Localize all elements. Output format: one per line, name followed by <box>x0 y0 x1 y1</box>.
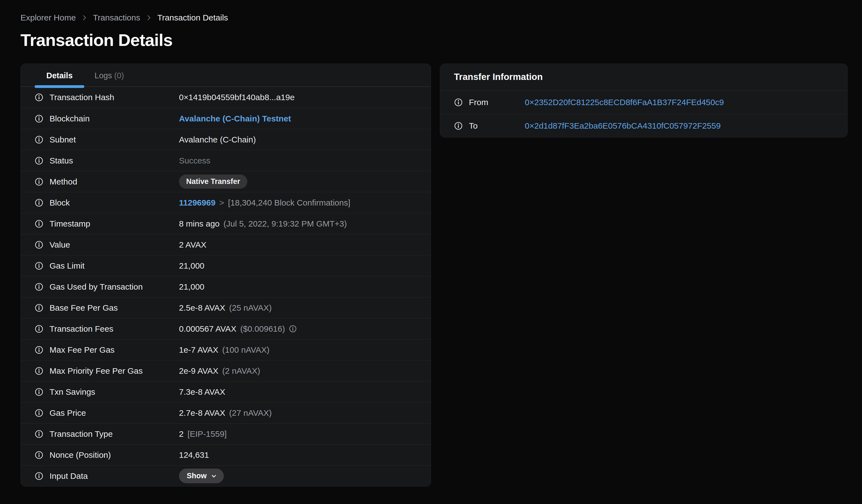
page: Explorer HomeTransactionsTransaction Det… <box>0 0 862 487</box>
block-link[interactable]: 11296969 <box>179 198 216 208</box>
info-tooltip-icon[interactable] <box>454 98 463 107</box>
value-value: 2 AVAX <box>179 240 206 250</box>
gas-limit-label: Gas Limit <box>50 261 84 270</box>
timestamp-label: Timestamp <box>50 219 90 228</box>
tab-details[interactable]: Details <box>35 64 84 86</box>
transaction-fees-value: 0.000567 AVAX <box>179 324 236 334</box>
chevron-down-icon <box>210 473 217 479</box>
transaction-type-label: Transaction Type <box>50 429 113 439</box>
row-input-data: Input DataShow <box>21 465 431 486</box>
breadcrumb-chevron-icon <box>81 14 88 21</box>
row-label: Blockchain <box>35 114 179 123</box>
info-tooltip-icon[interactable] <box>454 121 463 130</box>
breadcrumb-chevron-icon <box>145 14 153 21</box>
row-transaction-type: Transaction Type2[EIP-1559] <box>21 423 431 444</box>
row-label: Gas Limit <box>35 261 179 270</box>
row-label: Status <box>35 156 179 165</box>
info-tooltip-icon[interactable] <box>35 451 43 460</box>
txn-savings-label: Txn Savings <box>50 387 95 397</box>
row-value: Success <box>179 156 210 165</box>
max-fee-per-gas-value: 1e-7 AVAX <box>179 345 218 355</box>
row-label: Block <box>35 198 179 208</box>
transaction-hash-value: 0×1419b04559bf140ab8...a19e <box>179 93 295 102</box>
row-label: Transaction Type <box>35 429 179 439</box>
gas-price-subvalue: (27 nAVAX) <box>229 408 272 418</box>
timestamp-subvalue: (Jul 5, 2022, 9:19:32 PM GMT+3) <box>223 219 347 228</box>
row-value: 8 mins ago(Jul 5, 2022, 9:19:32 PM GMT+3… <box>179 219 347 228</box>
info-tooltip-icon[interactable] <box>35 367 43 375</box>
info-tooltip-icon[interactable] <box>35 303 43 312</box>
row-label: Transaction Fees <box>35 324 179 334</box>
from-address-link[interactable]: 0×2352D20fC81225c8ECD8f6FaA1B37F24FEd450… <box>525 98 724 107</box>
gas-used-by-transaction-label: Gas Used by Transaction <box>50 282 143 292</box>
breadcrumb-link-transactions[interactable]: Transactions <box>93 13 140 23</box>
transaction-type-value: 2 <box>179 429 184 439</box>
row-label: Nonce (Position) <box>35 450 179 460</box>
gas-price-value: 2.7e-8 AVAX <box>179 408 225 418</box>
info-tooltip-icon[interactable] <box>35 387 43 396</box>
blockchain-label: Blockchain <box>50 114 90 123</box>
row-value: 0×2d1d87fF3Ea2ba6E0576bCA4310fC057972F25… <box>525 121 721 131</box>
info-tooltip-icon[interactable] <box>35 156 43 165</box>
max-fee-per-gas-subvalue: (100 nAVAX) <box>222 345 270 355</box>
tab-label: Logs <box>95 71 112 80</box>
row-value: Show <box>179 468 224 483</box>
nonce-position-value: 124,631 <box>179 450 209 460</box>
row-value: 21,000 <box>179 261 205 270</box>
tab-logs[interactable]: Logs(0) <box>84 64 134 86</box>
row-value: 2.5e-8 AVAX(25 nAVAX) <box>179 303 272 313</box>
info-tooltip-icon[interactable] <box>35 220 43 228</box>
row-blockchain: BlockchainAvalanche (C-Chain) Testnet <box>21 108 431 129</box>
method-label: Method <box>50 177 77 186</box>
row-value: 0.000567 AVAX($0.009616) <box>179 324 297 334</box>
row-label: From <box>454 98 525 107</box>
info-tooltip-icon[interactable] <box>35 177 43 186</box>
row-txn-savings: Txn Savings7.3e-8 AVAX <box>21 381 431 402</box>
blockchain-link[interactable]: Avalanche (C-Chain) Testnet <box>179 114 291 123</box>
transfer-information-title: Transfer Information <box>440 64 847 91</box>
info-tooltip-icon[interactable] <box>35 345 43 354</box>
row-gas-limit: Gas Limit21,000 <box>21 255 431 276</box>
info-tooltip-icon[interactable] <box>35 135 43 144</box>
base-fee-per-gas-value: 2.5e-8 AVAX <box>179 303 225 313</box>
gas-used-by-transaction-value: 21,000 <box>179 282 205 292</box>
max-priority-fee-per-gas-value: 2e-9 AVAX <box>179 366 218 376</box>
max-priority-fee-per-gas-label: Max Priority Fee Per Gas <box>50 366 143 376</box>
max-fee-per-gas-label: Max Fee Per Gas <box>50 345 115 355</box>
fee-info-icon[interactable] <box>289 325 297 333</box>
breadcrumb-link-explorer-home[interactable]: Explorer Home <box>21 13 76 23</box>
info-tooltip-icon[interactable] <box>35 324 43 333</box>
to-label: To <box>469 121 478 131</box>
info-tooltip-icon[interactable] <box>35 282 43 291</box>
row-value: 2[EIP-1559] <box>179 429 226 439</box>
timestamp-value: 8 mins ago <box>179 219 220 228</box>
row-label: Input Data <box>35 472 179 481</box>
to-address-link[interactable]: 0×2d1d87fF3Ea2ba6E0576bCA4310fC057972F25… <box>525 121 721 131</box>
row-value: 1e-7 AVAX(100 nAVAX) <box>179 345 270 355</box>
info-tooltip-icon[interactable] <box>35 472 43 480</box>
info-tooltip-icon[interactable] <box>35 93 43 102</box>
info-tooltip-icon[interactable] <box>35 114 43 123</box>
row-value: Avalanche (C-Chain) Testnet <box>179 114 291 123</box>
row-value: 0×2352D20fC81225c8ECD8f6FaA1B37F24FEd450… <box>525 98 724 107</box>
row-label: Gas Used by Transaction <box>35 282 179 292</box>
max-priority-fee-per-gas-subvalue: (2 nAVAX) <box>222 366 260 376</box>
nonce-position-label: Nonce (Position) <box>50 450 111 460</box>
main-content: DetailsLogs(0) Transaction Hash0×1419b04… <box>21 64 862 487</box>
show-button[interactable]: Show <box>179 468 224 483</box>
row-nonce-position: Nonce (Position)124,631 <box>21 444 431 465</box>
row-label: Max Priority Fee Per Gas <box>35 366 179 376</box>
info-tooltip-icon[interactable] <box>35 429 43 438</box>
info-tooltip-icon[interactable] <box>35 198 43 207</box>
row-value: 2e-9 AVAX(2 nAVAX) <box>179 366 260 376</box>
row-value: Value2 AVAX <box>21 234 431 255</box>
transfer-row-from: From0×2352D20fC81225c8ECD8f6FaA1B37F24FE… <box>440 91 847 114</box>
row-value: Avalanche (C-Chain) <box>179 135 256 144</box>
row-value: 11296969>[18,304,240 Block Confirmations… <box>179 198 350 208</box>
transaction-fees-subvalue: ($0.009616) <box>240 324 285 334</box>
info-tooltip-icon[interactable] <box>35 409 43 417</box>
info-tooltip-icon[interactable] <box>35 262 43 270</box>
info-tooltip-icon[interactable] <box>35 240 43 249</box>
row-label: Txn Savings <box>35 387 179 397</box>
show-button-label: Show <box>187 472 207 480</box>
